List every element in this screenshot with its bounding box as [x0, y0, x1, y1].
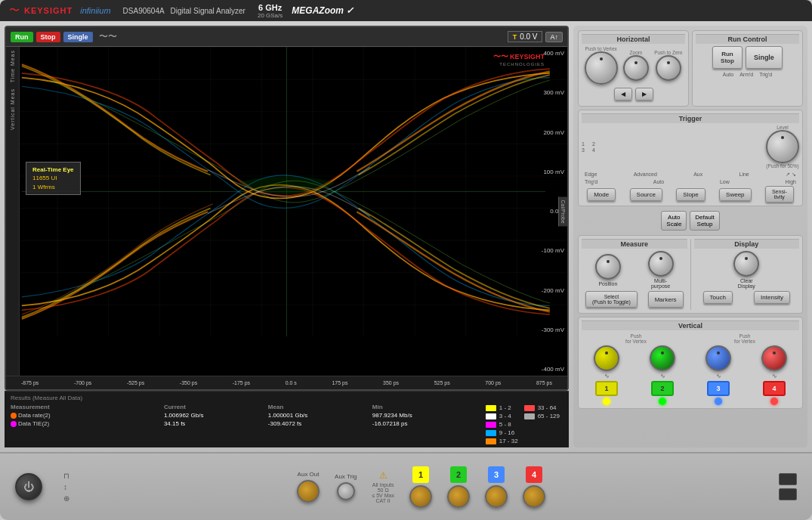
meas-mean-1: -309.4072 fs	[268, 420, 366, 427]
hw-single-button[interactable]: Single	[746, 46, 783, 69]
bottom-symbols: ⊓ ↕ ⊕	[63, 472, 69, 503]
ch3-button[interactable]: 3	[707, 381, 729, 396]
knob-indicator	[717, 351, 720, 354]
horizontal-knob-row: Push to Vertex Zoom	[584, 46, 683, 85]
legend-label: 65 - 129	[538, 413, 560, 419]
trig-symbol: ↗ ↘	[786, 172, 796, 178]
horizontal-zero-knob[interactable]	[656, 55, 681, 81]
ch3-bnc[interactable]	[485, 485, 508, 508]
hw-run-stop-button[interactable]: Run Stop	[712, 46, 743, 69]
legend-box	[486, 413, 496, 419]
y-label-3: 100 mV	[542, 169, 564, 175]
touch-button[interactable]: Touch	[703, 291, 733, 304]
knob-indicator	[607, 260, 610, 263]
screen-section: Run Stop Single 〜〜 T 0.0 V A↑	[5, 26, 569, 447]
right-arrow-button[interactable]: ▶	[635, 88, 653, 101]
ch2-bnc[interactable]	[447, 485, 470, 508]
legend-box	[486, 430, 496, 436]
power-button[interactable]: ⏻	[15, 473, 42, 500]
trigger-buttons-row: Mode Source Slope Sweep Sensi- tivity	[582, 186, 799, 203]
position-knob[interactable]	[595, 254, 621, 280]
legend-label: 33 - 64	[538, 404, 557, 411]
mode-button[interactable]: Mode	[587, 188, 616, 201]
y-label-5: -100 mV	[542, 247, 564, 254]
ch4-knob[interactable]	[761, 345, 787, 371]
ch4-connector: 4	[523, 466, 545, 508]
clear-display-knob[interactable]	[733, 251, 759, 277]
default-setup-button[interactable]: Default Setup	[690, 211, 719, 231]
trigd-label: Trig'd	[759, 72, 772, 77]
megazoom-brand: MEGAZoom ✓	[292, 5, 354, 16]
info-value2: 1 Wfrms	[32, 183, 74, 191]
channel-3-group: ∿ 3	[705, 345, 731, 405]
ch2-led	[659, 398, 666, 405]
ch1-bnc[interactable]	[409, 485, 432, 508]
auto-button[interactable]: A↑	[545, 32, 563, 42]
run-button[interactable]: Run	[11, 32, 33, 42]
aux-trig-connector: Aux Trig	[335, 473, 357, 500]
legend-box	[486, 405, 496, 411]
ch4-badge: 4	[526, 466, 542, 483]
meas-current-0: 1.006962 Gb/s	[164, 412, 262, 419]
auto-scale-button[interactable]: Auto Scale	[661, 211, 687, 231]
multipurpose-knob-group: Multi- purpose	[648, 251, 674, 289]
horizontal-main-knob[interactable]	[585, 51, 618, 85]
sweep-button[interactable]: Sweep	[719, 188, 751, 201]
ch3-knob[interactable]	[705, 345, 731, 371]
power-symbol: ⏻	[23, 481, 34, 493]
ch1-connector: 1	[409, 466, 432, 508]
markers-button[interactable]: Markers	[648, 291, 684, 308]
vertical-section-label: Vertical	[582, 320, 799, 330]
cal-probe-button[interactable]: Cal/Probe	[558, 197, 567, 226]
legend-item: 5 - 8	[486, 421, 518, 428]
trig-advanced-label: Advanced	[634, 172, 657, 178]
ch1-knob[interactable]	[594, 345, 619, 371]
trigger-level-label: Level	[776, 125, 789, 130]
ch4-bnc[interactable]	[523, 485, 545, 508]
push-for-vertex-label: Pushfor Vertex	[625, 333, 647, 344]
time-meas-label: Time Meas	[10, 50, 15, 82]
multipurpose-knob-label: Multi- purpose	[651, 278, 670, 289]
select-button[interactable]: Select (Push to Toggle)	[585, 291, 638, 308]
ch3-connector: 3	[485, 466, 508, 508]
info-title: Real-Time Eye	[32, 166, 74, 174]
vertical-meas-label: Vertical Meas	[10, 88, 15, 130]
legend-item: 3 - 4	[486, 413, 518, 419]
stop-button[interactable]: Stop	[36, 32, 60, 42]
sensitivity-button[interactable]: Sensi- tivity	[765, 186, 794, 203]
multipurpose-knob[interactable]	[648, 251, 674, 277]
trig-auto-sub: Auto	[653, 179, 664, 184]
col-min: Min	[372, 404, 471, 410]
meas-min-1: -16.07218 ps	[372, 420, 471, 427]
x-label-4: -175 ps	[233, 380, 250, 385]
legend-label: 5 - 8	[499, 421, 511, 428]
y-label-7: -300 mV	[542, 327, 564, 333]
horizontal-controls: Push to Vertex Zoom	[582, 44, 685, 103]
waveform-svg	[6, 47, 567, 336]
ch1-button[interactable]: 1	[595, 381, 617, 396]
x-label-5: 0.0 s	[286, 380, 297, 385]
trigger-T-label: T	[513, 33, 517, 41]
ch2-button[interactable]: 2	[651, 381, 673, 396]
usb-port-2[interactable]	[779, 488, 797, 500]
knob-indicator	[781, 136, 784, 139]
info-box: Real-Time Eye 11655 UI 1 Wfrms	[26, 162, 81, 195]
usb-port-1[interactable]	[779, 473, 797, 485]
single-button[interactable]: Single	[63, 32, 93, 42]
horizontal-section-label: Horizontal	[582, 34, 685, 44]
position-knob-label: Position	[598, 281, 617, 286]
aux-out-bnc[interactable]	[297, 480, 320, 503]
trigger-level-knob[interactable]	[766, 130, 799, 163]
knob-indicator	[667, 61, 670, 64]
horizontal-zoom-knob[interactable]	[623, 55, 649, 81]
auto-default-row: Auto Scale Default Setup	[578, 211, 803, 231]
frequency-badge: 6 GHz 20 GSa/s	[258, 3, 283, 19]
intensity-button[interactable]: Intensity	[754, 291, 790, 304]
slope-button[interactable]: Slope	[676, 188, 705, 201]
source-button[interactable]: Source	[630, 188, 662, 201]
ch4-button[interactable]: 4	[763, 381, 785, 396]
aux-trig-bnc[interactable]	[337, 482, 355, 500]
ch2-knob[interactable]	[650, 345, 675, 371]
x-axis-labels: -875 ps -700 ps -525 ps -350 ps -175 ps …	[21, 380, 552, 385]
left-arrow-button[interactable]: ◀	[614, 88, 632, 101]
